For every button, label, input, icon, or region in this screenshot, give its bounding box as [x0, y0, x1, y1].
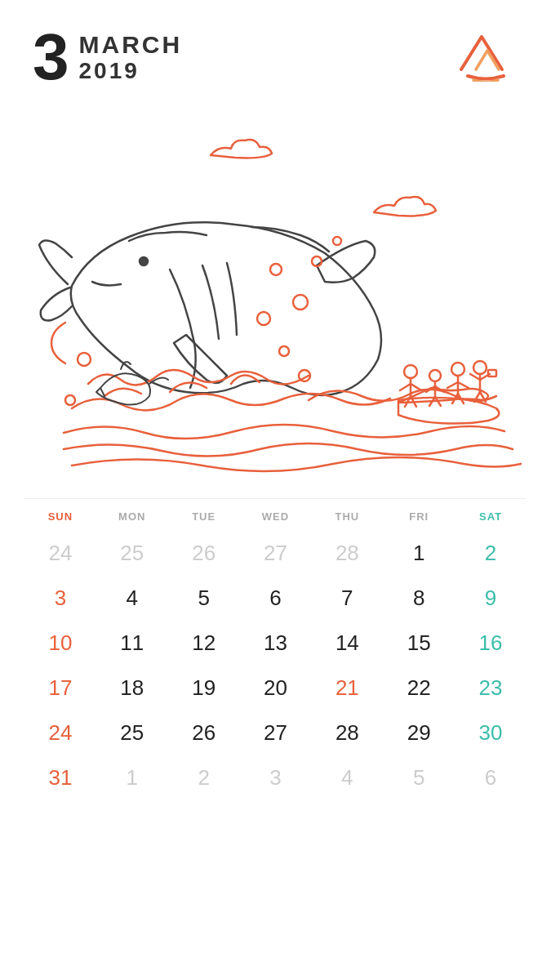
cal-day: 20 [240, 667, 312, 709]
svg-line-24 [447, 382, 458, 388]
cal-day: 7 [311, 577, 383, 619]
calendar-page: 3 MARCH 2019 [0, 0, 551, 980]
calendar-header: SUN MON TUE WED THU FRI SAT [24, 507, 527, 526]
cal-day: 18 [96, 667, 168, 709]
svg-point-6 [270, 264, 282, 275]
svg-line-12 [400, 384, 411, 390]
svg-point-0 [140, 257, 148, 265]
svg-point-2 [65, 395, 75, 405]
month-text: MARCH 2019 [79, 31, 183, 84]
cal-day: 8 [383, 577, 455, 619]
cal-day: 24 [24, 712, 96, 754]
svg-point-22 [451, 363, 464, 376]
illustration [0, 98, 551, 498]
cal-day: 10 [24, 622, 96, 664]
month-number: 3 [33, 24, 69, 90]
cal-day: 9 [455, 577, 527, 619]
cal-day: 1 [383, 532, 455, 574]
header-mon: MON [96, 507, 168, 526]
cal-day: 4 [311, 757, 383, 799]
cal-day: 5 [168, 577, 240, 619]
cal-day: 3 [24, 577, 96, 619]
cal-day: 27 [240, 532, 312, 574]
cal-day: 28 [311, 532, 383, 574]
cal-day: 22 [383, 667, 455, 709]
header-fri: FRI [383, 507, 455, 526]
header-tue: TUE [168, 507, 240, 526]
cal-day: 11 [96, 622, 168, 664]
cal-day: 12 [168, 622, 240, 664]
cal-day: 25 [96, 712, 168, 754]
svg-point-28 [473, 361, 487, 374]
svg-point-16 [429, 370, 441, 381]
header-left: 3 MARCH 2019 [33, 24, 182, 90]
cal-day: 25 [96, 532, 168, 574]
cal-day: 14 [311, 622, 383, 664]
cal-day: 23 [455, 667, 527, 709]
header-sun: SUN [24, 507, 96, 526]
cal-day: 1 [96, 757, 168, 799]
cal-day: 5 [383, 757, 455, 799]
cal-day: 4 [96, 577, 168, 619]
header-wed: WED [240, 507, 312, 526]
logo-icon [453, 24, 518, 82]
cal-day: 15 [383, 622, 455, 664]
cal-day: 6 [455, 757, 527, 799]
calendar: SUN MON TUE WED THU FRI SAT 242526272812… [0, 499, 551, 807]
header: 3 MARCH 2019 [0, 0, 551, 98]
cal-day: 21 [311, 667, 383, 709]
cal-day: 26 [168, 532, 240, 574]
cal-day: 24 [24, 532, 96, 574]
svg-point-1 [78, 353, 91, 366]
cal-day: 29 [383, 712, 455, 754]
calendar-grid: 2425262728123456789101112131415161718192… [24, 532, 527, 799]
cal-day: 28 [311, 712, 383, 754]
svg-point-7 [257, 312, 270, 325]
cal-day: 16 [455, 622, 527, 664]
whale-scene-svg [23, 106, 529, 490]
svg-point-3 [293, 295, 308, 310]
cal-day: 2 [168, 757, 240, 799]
svg-line-25 [458, 382, 469, 388]
cal-day: 2 [455, 532, 527, 574]
cal-day: 26 [168, 712, 240, 754]
year: 2019 [79, 58, 183, 84]
cal-day: 27 [240, 712, 312, 754]
cal-day: 6 [240, 577, 312, 619]
cal-day: 3 [240, 757, 312, 799]
cal-day: 30 [455, 712, 527, 754]
svg-point-5 [333, 237, 341, 245]
cal-day: 13 [240, 622, 312, 664]
month-name: MARCH [79, 31, 183, 58]
cal-day: 31 [24, 757, 96, 799]
header-sat: SAT [455, 507, 527, 526]
svg-line-13 [411, 384, 421, 390]
cal-day: 19 [168, 667, 240, 709]
svg-point-10 [404, 365, 417, 378]
header-thu: THU [311, 507, 383, 526]
svg-point-8 [279, 346, 289, 356]
cal-day: 17 [24, 667, 96, 709]
